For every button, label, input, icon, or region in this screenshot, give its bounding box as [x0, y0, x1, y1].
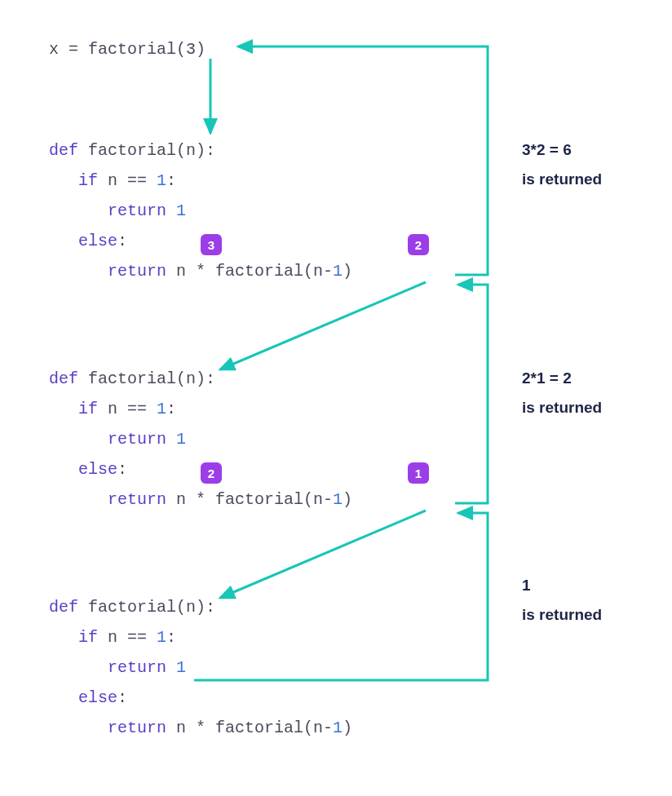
badge-n-3: 3: [201, 234, 222, 255]
badge-arg-1: 1: [408, 462, 429, 484]
call-expression: x = factorial(3): [49, 34, 206, 64]
function-block-3: def factorial(n): if n == 1: return 1 el…: [49, 592, 352, 743]
arrow-recurse-1-to-2: [220, 282, 426, 369]
arrow-return-2: [455, 285, 488, 503]
annotation-return-6: 3*2 = 6 is returned: [522, 135, 602, 194]
function-block-2: def factorial(n): if n == 1: return 1 el…: [49, 364, 352, 515]
annotation-return-1: 1 is returned: [522, 571, 602, 630]
function-block-1: def factorial(n): if n == 1: return 1 el…: [49, 135, 352, 286]
badge-arg-2: 2: [408, 234, 429, 255]
diagram-canvas: x = factorial(3) def factorial(n): if n …: [0, 0, 672, 796]
badge-n-2: 2: [201, 462, 222, 484]
annotation-return-2: 2*1 = 2 is returned: [522, 364, 602, 422]
arrow-recurse-2-to-3: [220, 511, 426, 598]
